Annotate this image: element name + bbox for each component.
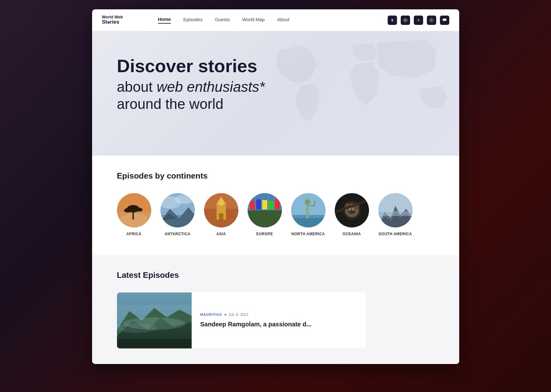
episode-date: JUL 5, 2021: [229, 313, 249, 316]
episode-title: Sandeep Ramgolam, a passionate d...: [200, 320, 312, 328]
hero-title-line3: around the world: [117, 96, 441, 113]
continent-asia-image: [204, 193, 238, 227]
nav-episodes[interactable]: Episodes: [183, 17, 203, 23]
hero-content: Discover stories about web enthusiasts* …: [117, 56, 441, 113]
svg-point-3: [417, 20, 418, 21]
svg-rect-35: [255, 199, 261, 209]
continent-antarctica[interactable]: ANTARCTICA: [161, 193, 195, 236]
svg-rect-36: [262, 200, 267, 209]
hero-title-sub: about web enthusiasts*: [117, 78, 441, 96]
continent-south-america-label: SOUTH AMERICA: [379, 232, 412, 236]
episode-image: [117, 292, 192, 348]
continents-section: Episodes by continents: [92, 156, 459, 255]
episode-image-svg: [117, 292, 192, 348]
svg-point-65: [350, 209, 351, 210]
discord-icon-btn[interactable]: [440, 16, 449, 25]
episode-separator: [225, 314, 226, 315]
continent-north-america-image: [291, 193, 325, 227]
continent-south-america[interactable]: SOUTH AMERICA: [378, 193, 413, 236]
continent-north-america-label: NORTH AMERICA: [291, 232, 325, 236]
hero-italic-text: web enthusiasts*: [156, 79, 265, 95]
svg-rect-74: [378, 211, 413, 216]
continents-grid: AFRICA: [117, 193, 441, 236]
navbar: World Web Stries Home Episodes Guests Wo…: [92, 9, 459, 31]
hero-section: Discover stories about web enthusiasts* …: [92, 31, 459, 156]
svg-rect-42: [268, 196, 268, 210]
svg-rect-43: [274, 195, 275, 209]
continent-asia-label: ASIA: [216, 232, 226, 236]
svg-rect-6: [418, 21, 418, 22]
svg-point-21: [175, 195, 193, 204]
latest-episodes-title: Latest Episodes: [117, 270, 441, 280]
svg-point-67: [350, 210, 353, 213]
svg-rect-48: [306, 203, 309, 220]
svg-rect-34: [249, 201, 255, 210]
nav-world-map[interactable]: World Map: [242, 17, 264, 23]
wordpress-icon-btn[interactable]: W: [427, 16, 436, 25]
svg-point-66: [353, 209, 354, 210]
logo-line1: World Web: [102, 15, 139, 19]
svg-text:W: W: [431, 19, 432, 21]
logo-dot: [107, 21, 110, 24]
svg-rect-53: [309, 205, 315, 206]
nav-home[interactable]: Home: [158, 16, 171, 24]
svg-point-4: [419, 20, 420, 21]
continent-south-america-image: [378, 193, 413, 227]
latest-episodes-section: Latest Episodes: [92, 255, 459, 364]
browser-window: World Web Stries Home Episodes Guests Wo…: [92, 9, 459, 364]
svg-rect-29: [219, 213, 223, 220]
svg-point-30: [218, 199, 224, 206]
continent-africa-label: AFRICA: [126, 232, 141, 236]
logo[interactable]: World Web Stries: [102, 15, 139, 25]
svg-rect-37: [268, 201, 273, 210]
continent-africa-image: [117, 193, 151, 227]
svg-rect-5: [418, 19, 418, 20]
continent-antarctica-image: [161, 193, 195, 227]
continent-oceania-label: OCEANIA: [343, 232, 361, 236]
svg-rect-41: [262, 196, 262, 209]
svg-rect-54: [314, 201, 315, 206]
svg-rect-44: [248, 210, 282, 227]
google-podcasts-icon-btn[interactable]: [414, 16, 423, 25]
podcast-icon-btn[interactable]: [388, 16, 397, 25]
continents-section-title: Episodes by continents: [117, 171, 441, 181]
svg-rect-40: [255, 195, 256, 209]
svg-point-2: [418, 20, 418, 20]
svg-rect-39: [249, 196, 250, 210]
svg-rect-79: [117, 339, 192, 348]
nav-about[interactable]: About: [277, 17, 289, 23]
hero-title-main: Discover stories: [117, 56, 441, 76]
nav-links: Home Episodes Guests World Map About: [158, 16, 388, 24]
continent-north-america[interactable]: NORTH AMERICA: [291, 193, 325, 236]
svg-rect-38: [274, 199, 280, 209]
svg-point-16: [136, 208, 142, 212]
continent-antarctica-label: ANTARCTICA: [165, 232, 190, 236]
spotify-icon-btn[interactable]: [401, 16, 410, 25]
continent-europe[interactable]: EUROPE: [248, 193, 282, 236]
episode-meta: MAURITIUS JUL 5, 2021: [200, 313, 312, 316]
episode-content: MAURITIUS JUL 5, 2021 Sandeep Ramgolam, …: [192, 292, 320, 348]
continent-europe-label: EUROPE: [256, 232, 273, 236]
svg-point-15: [124, 208, 132, 212]
continent-africa[interactable]: AFRICA: [117, 193, 151, 236]
logo-line2: Stries: [102, 19, 139, 25]
continent-oceania-image: [335, 193, 369, 227]
episode-card[interactable]: MAURITIUS JUL 5, 2021 Sandeep Ramgolam, …: [117, 292, 366, 348]
nav-guests[interactable]: Guests: [215, 17, 230, 23]
svg-rect-55: [291, 218, 325, 227]
nav-social-icons: W: [388, 16, 449, 25]
continent-oceania[interactable]: OCEANIA: [335, 193, 369, 236]
episode-location: MAURITIUS: [200, 313, 222, 316]
continent-asia[interactable]: ASIA: [204, 193, 238, 236]
continent-europe-image: [248, 193, 282, 227]
hero-about-prefix: about: [117, 79, 157, 95]
